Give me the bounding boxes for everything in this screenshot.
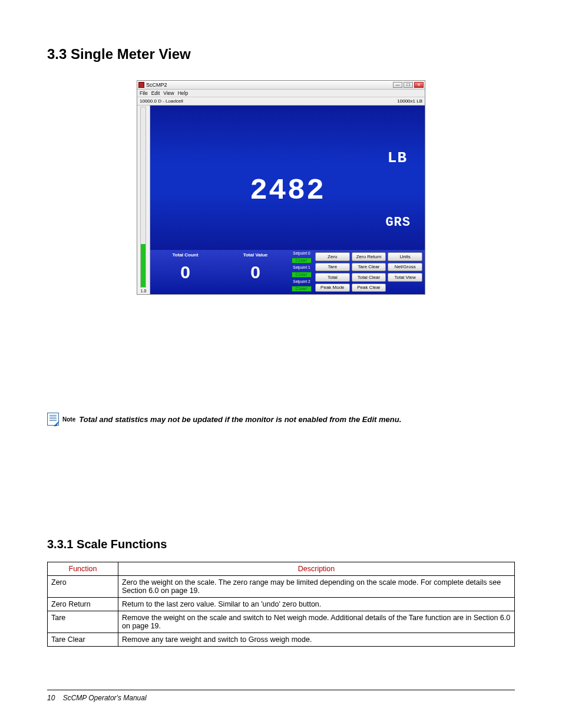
- total-value-block: Total Value 0: [220, 250, 290, 294]
- menu-help[interactable]: Help: [178, 90, 188, 96]
- menu-bar: File Edit View Help: [137, 90, 425, 97]
- gauge-fill: [141, 244, 146, 287]
- footer-title: ScCMP Operator's Manual: [63, 694, 147, 702]
- total-view-button[interactable]: Total View: [388, 273, 422, 282]
- table-row: Tare Clear Remove any tare weight and sw…: [48, 633, 515, 647]
- gauge-scale-label: 1.0: [137, 288, 150, 294]
- table-header-description: Description: [118, 562, 515, 576]
- menu-view[interactable]: View: [163, 90, 174, 96]
- cell-description: Return to the last zero value. Similar t…: [118, 598, 515, 611]
- tare-clear-button[interactable]: Tare Clear: [352, 263, 386, 272]
- cell-function: Tare Clear: [48, 633, 118, 647]
- note-label: Note: [62, 416, 75, 423]
- bottom-panel: Total Count 0 Total Value 0 Setpoint 0 C…: [150, 250, 425, 294]
- gauge-column: 1.0: [137, 106, 150, 294]
- maximize-icon[interactable]: ☐: [404, 82, 413, 88]
- note-row: Note Total and statistics may not be upd…: [47, 413, 515, 426]
- scale-functions-table: Function Description Zero Zero the weigh…: [47, 562, 515, 647]
- note-icon: [47, 413, 59, 426]
- subsection-heading: 3.3.1 Scale Functions: [47, 538, 515, 551]
- display-value: 2482: [150, 174, 425, 207]
- total-count-value: 0: [150, 262, 220, 282]
- setpoint-2-label: Setpoint 2: [290, 280, 313, 284]
- tab-loadcell[interactable]: 10000.0 D - Loadcell: [140, 98, 183, 104]
- peak-clear-button[interactable]: Peak Clear: [352, 284, 386, 292]
- cell-description: Remove any tare weight and switch to Gro…: [118, 633, 515, 647]
- table-row: Zero Return Return to the last zero valu…: [48, 598, 515, 611]
- setpoint-1-clear[interactable]: Clear: [292, 272, 312, 278]
- setpoint-0-clear[interactable]: Clear: [292, 258, 312, 263]
- setpoint-0-label: Setpoint 0: [290, 252, 313, 256]
- window-titlebar: ScCMP2 — ☐ ✕: [137, 81, 425, 90]
- page-number: 10: [47, 694, 55, 702]
- display-unit: LB: [388, 149, 407, 167]
- total-count-block: Total Count 0: [150, 250, 220, 294]
- screenshot-window: ScCMP2 — ☐ ✕ File Edit View Help 10000.0…: [137, 80, 425, 295]
- cell-function: Zero Return: [48, 598, 118, 611]
- total-count-header: Total Count: [150, 252, 220, 258]
- net-gross-button[interactable]: Net/Gross: [388, 263, 422, 272]
- tab-bar: 10000.0 D - Loadcell 10000x1 LB: [137, 97, 425, 106]
- app-icon: [138, 82, 144, 88]
- resolution-label: 10000x1 LB: [397, 98, 422, 104]
- cell-function: Tare: [48, 611, 118, 633]
- total-value-value: 0: [220, 262, 290, 282]
- cell-function: Zero: [48, 576, 118, 598]
- note-text: Total and statistics may not be updated …: [79, 415, 401, 424]
- display-mode: GRS: [385, 215, 411, 230]
- gauge-bar: [140, 107, 146, 288]
- zero-return-button[interactable]: Zero Return: [352, 252, 386, 261]
- total-button[interactable]: Total: [315, 273, 350, 282]
- menu-file[interactable]: File: [140, 90, 148, 96]
- tare-button[interactable]: Tare: [315, 263, 350, 272]
- weight-display: LB 2482 GRS: [150, 106, 425, 250]
- close-icon[interactable]: ✕: [414, 82, 424, 88]
- table-row: Zero Zero the weight on the scale. The z…: [48, 576, 515, 598]
- menu-edit[interactable]: Edit: [151, 90, 160, 96]
- units-button[interactable]: Units: [388, 252, 422, 261]
- minimize-icon[interactable]: —: [393, 82, 402, 88]
- zero-button[interactable]: Zero: [315, 252, 350, 261]
- page-footer: 10 ScCMP Operator's Manual: [47, 690, 515, 702]
- setpoint-block: Setpoint 0 Clear Setpoint 1 Clear Setpoi…: [290, 250, 313, 294]
- window-title: ScCMP2: [146, 82, 167, 88]
- cell-description: Remove the weight on the scale and switc…: [118, 611, 515, 633]
- table-header-function: Function: [48, 562, 118, 576]
- total-clear-button[interactable]: Total Clear: [352, 273, 386, 282]
- table-row: Tare Remove the weight on the scale and …: [48, 611, 515, 633]
- setpoint-2-clear[interactable]: Clear: [292, 286, 312, 292]
- button-grid: Zero Zero Return Units Tare Tare Clear N…: [313, 250, 425, 294]
- cell-description: Zero the weight on the scale. The zero r…: [118, 576, 515, 598]
- total-value-header: Total Value: [220, 252, 290, 258]
- peak-mode-button[interactable]: Peak Mode: [315, 284, 350, 292]
- empty-button-slot: [388, 284, 422, 292]
- setpoint-1-label: Setpoint 1: [290, 266, 313, 270]
- section-heading: 3.3 Single Meter View: [47, 46, 515, 62]
